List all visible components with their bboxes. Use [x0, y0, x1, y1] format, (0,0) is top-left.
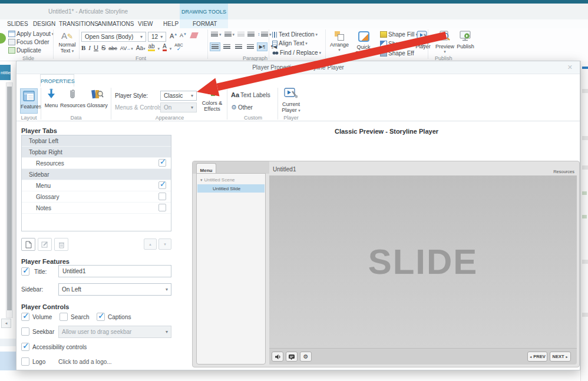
list-row-menu[interactable]: Menu [22, 180, 171, 191]
scroll-left-button[interactable]: ◄ [1, 319, 11, 328]
focus-order-button[interactable]: Focus Order [8, 39, 49, 45]
tab-slides[interactable]: SLIDES [7, 21, 28, 27]
tab-view[interactable]: VIEW [138, 21, 153, 27]
add-tab-button[interactable] [21, 238, 35, 251]
apply-layout-button[interactable]: Apply Layout▾ [8, 31, 54, 37]
justify-button[interactable] [245, 42, 256, 51]
glossary-checkbox[interactable] [158, 193, 166, 200]
separator [207, 29, 208, 59]
volume-checkbox[interactable] [21, 313, 29, 321]
grow-font-button[interactable]: A▲ [170, 32, 177, 39]
preview-settings-button[interactable]: ⚙ [300, 352, 312, 362]
font-size-combo[interactable]: 12 [148, 32, 166, 42]
underline-button[interactable]: U [94, 44, 98, 51]
colors-effects-button[interactable]: Colors & Effects [200, 88, 224, 112]
preview-prev-button[interactable]: ◄PREV [527, 352, 547, 362]
indent-button[interactable] [247, 32, 255, 37]
scene-tab[interactable]: ntitle [0, 65, 11, 80]
change-case-button[interactable]: Aa▾ [136, 45, 146, 51]
clear-formatting-icon[interactable] [190, 32, 199, 38]
logo-hint[interactable]: Click to add a logo... [58, 359, 112, 365]
outdent-button[interactable] [237, 32, 245, 37]
numbering-button[interactable]: ▾ [224, 32, 235, 37]
preview-slide-row[interactable]: Untitled Slide [197, 184, 265, 193]
duplicate-button[interactable]: Duplicate [8, 47, 41, 54]
find-replace-button[interactable]: Find / Replace▾ [272, 49, 321, 56]
align-left-button[interactable] [210, 42, 220, 51]
drawing-tools-context-tab[interactable]: DRAWING TOOLS [180, 4, 228, 19]
other-button[interactable]: ⚙ Other [231, 104, 253, 111]
tab-transitions[interactable]: TRANSITIONS [59, 21, 98, 27]
menu-checkbox[interactable] [158, 181, 166, 189]
align-center-button[interactable] [222, 42, 232, 51]
features-button[interactable]: Features [20, 88, 38, 114]
dialog-titlebar[interactable]: Player Properties - Storyline Player ✕ [16, 61, 580, 74]
list-row-notes[interactable]: Notes [22, 203, 171, 214]
text-labels-button[interactable]: Aa Text Labels [231, 91, 270, 98]
preview-resources-link[interactable]: Resources [553, 169, 574, 174]
list-row-resources[interactable]: Resources [22, 158, 171, 169]
left-scrollbar-thumb[interactable] [7, 87, 12, 310]
tab-help[interactable]: HELP [163, 21, 179, 27]
bold-button[interactable]: B [81, 44, 85, 51]
search-checkbox[interactable] [60, 313, 68, 321]
font-name-combo[interactable]: Open Sans (Body) [81, 32, 146, 42]
close-icon[interactable]: ✕ [567, 64, 573, 71]
highlight-button[interactable]: ab [148, 44, 154, 51]
line-spacing-button[interactable]: ↕▾ [257, 32, 272, 37]
menu-button[interactable]: Menu [44, 88, 59, 108]
list-row-glossary[interactable]: Glossary [22, 191, 171, 203]
preview-scene-row[interactable]: ▾ Untitled Scene [200, 177, 235, 183]
list-row-topbar-right[interactable]: Topbar Right [22, 147, 171, 158]
list-row-sidebar[interactable]: Sidebar [22, 169, 171, 180]
player-style-combo[interactable]: Classic [160, 91, 197, 101]
align-text-button[interactable]: Align Text▾ [272, 40, 308, 47]
align-right-button[interactable] [233, 42, 244, 51]
tab-design[interactable]: DESIGN [33, 21, 55, 27]
accessibility-checkbox[interactable] [21, 343, 29, 351]
tab-animations[interactable]: ANIMATIONS [98, 21, 134, 27]
preview-menu-tab[interactable]: Menu [196, 163, 216, 174]
delete-tab-button[interactable] [54, 238, 68, 251]
shape-effects-button[interactable]: Shape Eff [380, 50, 414, 57]
title-checkbox[interactable] [21, 267, 29, 276]
bullets-button[interactable]: ▾ [211, 32, 222, 37]
ltr-direction-button[interactable]: ▶¶ [257, 42, 267, 51]
glossary-button[interactable]: Glossary [86, 88, 108, 108]
normal-text-button[interactable]: A✎ Normal Text ▾ [57, 31, 78, 58]
captions-checkbox[interactable] [97, 313, 105, 321]
strike-abc-button[interactable]: abc [108, 45, 117, 51]
resources-button[interactable]: Resources [60, 88, 85, 108]
notes-checkbox[interactable] [158, 204, 166, 211]
preview-next-button[interactable]: NEXT► [550, 352, 571, 362]
char-spacing-button[interactable]: AV↔▾ [120, 45, 133, 51]
seekbar-checkbox[interactable] [21, 327, 29, 336]
resources-checkbox[interactable] [158, 159, 166, 167]
list-row-topbar-left[interactable]: Topbar Left [22, 135, 171, 147]
move-up-button[interactable]: ▴ [144, 238, 157, 250]
edit-tab-button[interactable] [38, 238, 52, 251]
preview-sidebar: ▾ Untitled Scene Untitled Slide [196, 173, 266, 365]
tab-format[interactable]: FORMAT [193, 21, 217, 27]
text-direction-button[interactable]: Text Direction▾ [272, 31, 318, 38]
current-player-button[interactable]: Current Player ▾ [281, 88, 301, 113]
expander-icon[interactable]: ▾ [200, 178, 203, 183]
player-button[interactable]: Player [412, 31, 434, 49]
logo-checkbox[interactable] [21, 357, 29, 366]
left-scrollbar-track[interactable] [6, 82, 13, 318]
font-color-button[interactable]: A [163, 44, 167, 51]
preview-button[interactable]: Preview ▾ [435, 31, 455, 54]
arrange-button[interactable]: Arrange ▾ [328, 31, 351, 52]
quick-styles-button[interactable]: Quick Styles▾ [352, 31, 375, 56]
strikethrough-button[interactable]: S [101, 44, 105, 51]
publish-button[interactable]: Publish [455, 31, 476, 49]
sidebar-select[interactable]: On Left [58, 283, 171, 296]
move-down-button[interactable]: ▾ [158, 238, 171, 250]
spellcheck-button[interactable]: ABC✓ [174, 44, 183, 51]
shrink-font-button[interactable]: A▼ [180, 32, 187, 38]
preview-captions-button[interactable] [286, 352, 298, 362]
tab-properties[interactable]: PROPERTIES [40, 74, 74, 87]
preview-volume-button[interactable] [272, 352, 283, 362]
italic-button[interactable]: I [88, 44, 91, 51]
title-input[interactable] [58, 265, 171, 277]
